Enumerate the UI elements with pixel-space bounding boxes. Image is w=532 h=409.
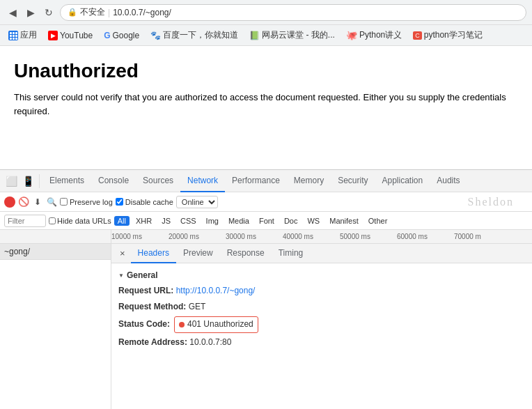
request-url-value: http://10.0.0.7/~gong/ xyxy=(176,286,256,295)
reload-button[interactable]: ↻ xyxy=(42,6,56,20)
google-icon: G xyxy=(104,31,110,40)
youtube-icon: ▶ xyxy=(48,31,58,40)
filter-input[interactable] xyxy=(4,215,46,227)
preserve-log-checkbox[interactable] xyxy=(60,198,68,206)
bookmark-163-label: 网易云课堂 - 我的... xyxy=(262,29,335,41)
hide-data-urls-checkbox[interactable] xyxy=(49,217,56,224)
filter-manifest-button[interactable]: Manifest xyxy=(326,216,362,226)
baidu-icon: 🐾 xyxy=(150,31,161,40)
bookmarks-bar: 应用 ▶ YouTube G Google 🐾 百度一下，你就知道 📗 网易云课… xyxy=(0,25,532,46)
bookmark-baidu-label: 百度一下，你就知道 xyxy=(163,29,238,41)
bookmark-apps[interactable]: 应用 xyxy=(6,28,40,43)
remote-address-row: Remote Address: 10.0.0.7:80 xyxy=(118,334,525,350)
network-toolbar: 🚫 ⬇ 🔍 Preserve log Disable cache Online … xyxy=(0,192,532,212)
general-section-title: ▼ General xyxy=(118,270,525,280)
page-content: Unauthorized This server could not verif… xyxy=(0,46,532,170)
detail-tab-response[interactable]: Response xyxy=(220,244,272,263)
timeline-ruler: 10000 ms 20000 ms 30000 ms 40000 ms 5000… xyxy=(0,230,532,244)
security-label: 不安全 xyxy=(80,6,105,18)
ruler-mark-3: 30000 ms xyxy=(226,233,256,240)
bookmark-github[interactable]: 🐙 Python讲义 xyxy=(343,28,405,43)
bookmark-google-label: Google xyxy=(113,31,140,40)
back-button[interactable]: ◀ xyxy=(6,6,19,20)
headers-content: ▼ General Request URL: http://10.0.0.7/~… xyxy=(111,263,532,355)
detail-tab-preview[interactable]: Preview xyxy=(176,244,220,263)
bookmark-youtube[interactable]: ▶ YouTube xyxy=(45,29,95,42)
ruler-marks: 10000 ms 20000 ms 30000 ms 40000 ms 5000… xyxy=(111,230,532,243)
detail-tab-headers[interactable]: Headers xyxy=(131,244,176,263)
tab-audits[interactable]: Audits xyxy=(430,170,467,192)
status-code-key: Status Code: xyxy=(118,318,170,331)
tab-elements[interactable]: Elements xyxy=(42,170,91,192)
ruler-mark-4: 40000 ms xyxy=(283,233,313,240)
forward-button[interactable]: ▶ xyxy=(24,6,38,20)
tab-memory[interactable]: Memory xyxy=(287,170,331,192)
tab-application[interactable]: Application xyxy=(375,170,430,192)
watermark: Sheldon xyxy=(468,196,514,208)
request-method-value: GET xyxy=(189,302,206,311)
detail-tabs-bar: × Headers Preview Response Timing xyxy=(111,244,532,263)
ruler-name-col xyxy=(0,230,111,243)
remote-address-value: 10.0.0.7:80 xyxy=(189,337,231,347)
tab-console[interactable]: Console xyxy=(91,170,136,192)
devtools-device-icon[interactable]: 📱 xyxy=(19,173,36,190)
tab-security[interactable]: Security xyxy=(331,170,375,192)
filter-other-button[interactable]: Other xyxy=(365,216,391,226)
ruler-mark-2: 20000 ms xyxy=(169,233,199,240)
bookmark-163[interactable]: 📗 网易云课堂 - 我的... xyxy=(247,28,338,43)
filter-media-button[interactable]: Media xyxy=(225,216,253,226)
filter-css-button[interactable]: CSS xyxy=(177,216,200,226)
devtools-inspector-icon[interactable]: ⬜ xyxy=(3,173,19,190)
request-url-key: Request URL: xyxy=(118,286,173,295)
tab-network[interactable]: Network xyxy=(180,170,225,192)
status-code-row: Status Code: 401 Unauthorized xyxy=(118,315,525,334)
detail-close-button[interactable]: × xyxy=(114,244,131,263)
request-method-row: Request Method: GET xyxy=(118,299,525,315)
github-icon: 🐙 xyxy=(346,30,357,40)
python-icon: C xyxy=(413,31,422,40)
filter-font-button[interactable]: Font xyxy=(256,216,278,226)
filter-all-button[interactable]: All xyxy=(114,216,130,226)
section-triangle-icon: ▼ xyxy=(118,272,124,279)
status-code-value: 401 Unauthorized xyxy=(187,318,253,331)
request-row[interactable]: ~gong/ xyxy=(0,244,111,260)
devtools-separator xyxy=(39,174,40,188)
ruler-mark-6: 60000 ms xyxy=(397,233,428,240)
clear-button[interactable]: 🚫 xyxy=(18,196,29,208)
bookmark-python-label: python学习笔记 xyxy=(424,29,483,41)
browser-nav-bar: ◀ ▶ ↻ 🔒 不安全 | 10.0.0.7/~gong/ xyxy=(0,0,532,25)
detail-tab-timing[interactable]: Timing xyxy=(272,244,311,263)
request-url-row: Request URL: http://10.0.0.7/~gong/ xyxy=(118,283,525,299)
page-title: Unauthorized xyxy=(14,60,518,82)
address-bar[interactable]: 🔒 不安全 | 10.0.0.7/~gong/ xyxy=(60,4,526,21)
request-method-key: Request Method: xyxy=(118,302,186,311)
filter-xhr-button[interactable]: XHR xyxy=(132,216,155,226)
remote-address-key: Remote Address: xyxy=(118,337,187,347)
ruler-mark-1: 10000 ms xyxy=(111,233,142,240)
name-column: ~gong/ xyxy=(0,244,111,409)
163-icon: 📗 xyxy=(249,31,260,40)
disable-cache-label[interactable]: Disable cache xyxy=(116,198,173,206)
status-dot-icon xyxy=(179,322,185,327)
main-panel: ~gong/ × Headers Preview Response Timing… xyxy=(0,244,532,409)
disable-cache-checkbox[interactable] xyxy=(116,198,123,206)
filter-doc-button[interactable]: Doc xyxy=(281,216,302,226)
address-text: 10.0.0.7/~gong/ xyxy=(113,8,171,17)
filter-icon[interactable]: ⬇ xyxy=(32,196,43,208)
bookmark-google[interactable]: G Google xyxy=(101,29,142,42)
bookmark-python[interactable]: C python学习笔记 xyxy=(410,28,485,43)
filter-js-button[interactable]: JS xyxy=(158,216,174,226)
record-button[interactable] xyxy=(4,196,15,208)
bookmark-baidu[interactable]: 🐾 百度一下，你就知道 xyxy=(148,28,241,43)
filter-ws-button[interactable]: WS xyxy=(304,216,323,226)
tab-sources[interactable]: Sources xyxy=(136,170,180,192)
tab-performance[interactable]: Performance xyxy=(225,170,287,192)
bookmark-github-label: Python讲义 xyxy=(359,29,402,41)
detail-panel: × Headers Preview Response Timing ▼ Gene… xyxy=(111,244,532,409)
throttle-select[interactable]: Online xyxy=(176,196,218,208)
preserve-log-label[interactable]: Preserve log xyxy=(60,198,113,206)
search-icon[interactable]: 🔍 xyxy=(46,196,57,208)
filter-img-button[interactable]: Img xyxy=(203,216,222,226)
hide-data-urls-label[interactable]: Hide data URLs xyxy=(49,217,111,225)
devtools-tabs-bar: ⬜ 📱 Elements Console Sources Network Per… xyxy=(0,170,532,192)
